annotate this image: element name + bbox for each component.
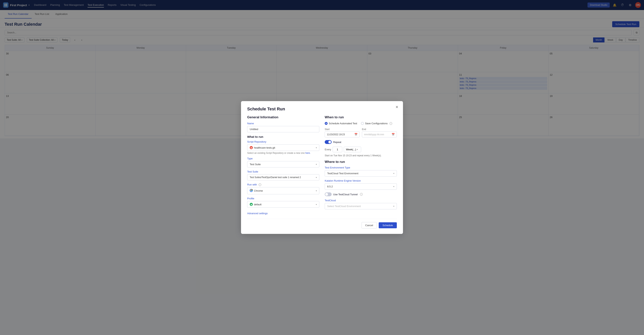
name-label: Name xyxy=(247,122,319,125)
modal-body: General Information Name What to run Scr… xyxy=(247,115,397,138)
end-date-input[interactable]: mm/dd/yyyy hh:mm 📅 xyxy=(362,131,397,137)
date-row: Start 11/15/2022 19:23 📅 End mm/dd/yyyy … xyxy=(325,128,397,137)
when-radio-group: Schedule Automated Test Save Configurati… xyxy=(325,122,397,125)
start-date-input[interactable]: 11/15/2022 19:23 📅 xyxy=(325,131,360,137)
name-input[interactable] xyxy=(247,126,319,132)
modal-title: Schedule Test Run xyxy=(247,107,397,112)
save-config-info-icon[interactable]: i xyxy=(390,122,392,125)
modal-overlay: Schedule Test Run ✕ General Information … xyxy=(0,0,644,138)
end-label: End xyxy=(362,128,397,131)
save-config-label: Save Configurations xyxy=(365,122,388,125)
end-calendar-icon: 📅 xyxy=(392,133,395,136)
when-to-run-title: When to run xyxy=(325,115,397,119)
save-configurations-radio[interactable]: Save Configurations i xyxy=(361,122,392,125)
what-to-run-title: What to run xyxy=(247,135,319,138)
schedule-automated-label: Schedule Automated Test xyxy=(329,122,357,125)
schedule-automated-radio[interactable]: Schedule Automated Test xyxy=(325,122,357,125)
calendar-icon: 📅 xyxy=(354,133,358,136)
save-config-radio-circle xyxy=(361,122,364,125)
modal-left-column: General Information Name What to run Scr… xyxy=(247,115,319,138)
schedule-automated-radio-circle xyxy=(325,122,328,125)
modal-close-button[interactable]: ✕ xyxy=(396,105,398,109)
general-info-title: General Information xyxy=(247,115,319,119)
start-label: Start xyxy=(325,128,360,131)
modal-right-column: When to run Schedule Automated Test Save… xyxy=(325,115,397,138)
end-field: End mm/dd/yyyy hh:mm 📅 xyxy=(362,128,397,137)
start-field: Start 11/15/2022 19:23 📅 xyxy=(325,128,360,137)
end-placeholder: mm/dd/yyyy hh:mm xyxy=(364,133,384,136)
schedule-modal: Schedule Test Run ✕ General Information … xyxy=(241,101,403,138)
